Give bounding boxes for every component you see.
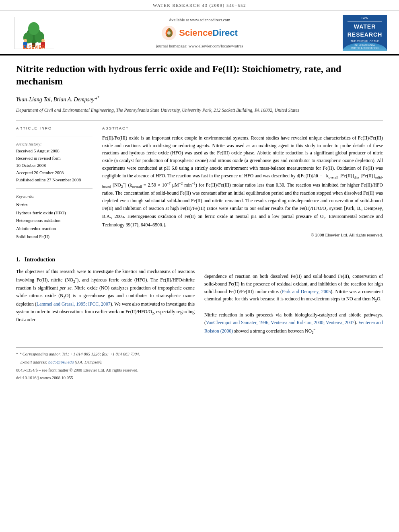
water-research-logo: IWA WATER RESEARCH THE JOURNAL OF THEINT… [343,15,387,51]
available-text: Available at www.sciencedirect.com [169,17,230,23]
received2: Received in revised form [16,155,93,162]
affiliation: Department of Civil and Environmental En… [16,107,383,114]
journal-citation: WATER RESEARCH 43 (2009) 546–552 [153,3,246,8]
author-names: Yuan-Liang Tai, Brian A. Dempsey* [16,97,97,103]
wr-water-text: WATER [348,23,383,31]
intro-right: dependence of reaction on both dissolved… [204,256,383,335]
wr-subtitle: THE JOURNAL OF THEINTERNATIONALWATER ASS… [348,40,383,50]
copyright: © 2008 Elsevier Ltd. All rights reserved… [102,232,383,238]
article-info-heading: ARTICLE INFO [16,125,93,131]
header-area: ELSEVIER Available at www.sciencedirect.… [0,11,399,55]
svg-point-8 [41,39,45,42]
citation-lammel: Lammel and Grassl, 1995; IPCC, 2007 [37,301,111,307]
divider-keywords [16,188,93,189]
sd-text: ScienceDirect [179,27,238,39]
received1: Received 5 August 2008 [16,148,93,154]
sd-leaf-icon [161,25,177,41]
abstract-text: Fe(II)/Fe(III) oxide is an important red… [102,134,383,229]
keyword-5: Solid-bound Fe(II) [16,233,93,241]
footnote-corresponding: * * Corresponding author. Tel.: +1 814 8… [16,351,383,358]
keyword-1: Nitrite [16,201,93,209]
footnote-email-label: E-mail address: [21,360,47,364]
footnotes: * * Corresponding author. Tel.: +1 814 8… [16,347,383,382]
sciencedirect-center: Available at www.sciencedirect.com Scien… [56,17,343,49]
elsevier-tree-box: ELSEVIER [14,17,54,49]
svg-point-6 [24,39,27,42]
section-number: 1. [16,257,21,263]
wr-research-text: RESEARCH [348,31,383,39]
footnote-email[interactable]: bad5@psu.edu [48,360,74,364]
elsevier-tree-icon: ELSEVIER [16,20,52,49]
footnote-email-line: E-mail address: bad5@psu.edu (B.A. Demps… [16,359,383,366]
intro-left: 1. Introduction The objectives of this r… [16,256,195,335]
footnote-star: * [16,352,18,356]
footnote-corresponding-text: * Corresponding author. Tel.: +1 814 865… [19,352,140,356]
keyword-2: Hydrous ferric oxide (HFO) [16,209,93,217]
svg-point-11 [167,31,171,35]
keyword-4: Abiotic redox reaction [16,225,93,233]
accepted: Accepted 20 October 2008 [16,170,93,176]
body-content: 1. Introduction The objectives of this r… [16,250,383,335]
journal-homepage: journal homepage: www.elsevier.com/locat… [156,43,243,49]
sciencedirect-logo: ScienceDirect [161,25,238,41]
intro-title: 1. Introduction [16,256,195,264]
keyword-3: Heterogeneous oxidation [16,217,93,225]
journal-bar: WATER RESEARCH 43 (2009) 546–552 [0,0,399,11]
article-title: Nitrite reduction with hydrous ferric ox… [16,63,383,88]
svg-point-4 [28,22,39,35]
corresponding-marker: * [97,95,99,100]
keywords-label: Keywords: [16,193,93,199]
citation-park-dempsey: Park and Dempsey, 2005 [282,289,331,294]
intro-right-text-2: Nitrite reduction in soils proceeds via … [204,311,383,335]
article-info-column: ARTICLE INFO Article history: Received 5… [16,125,93,241]
main-content: Nitrite reduction with hydrous ferric ox… [0,55,399,391]
divider-info [16,136,93,136]
svg-text:ELSEVIER: ELSEVIER [23,45,45,49]
footnote-issn: 0043-1354/$ – see front matter © 2008 El… [16,367,383,374]
article-meta-section: ARTICLE INFO Article history: Received 5… [16,125,383,241]
published: Published online 27 November 2008 [16,177,93,183]
authors: Yuan-Liang Tai, Brian A. Dempsey** [16,95,383,104]
abstract-column: ABSTRACT Fe(II)/Fe(III) oxide is an impo… [102,125,383,241]
received2-date: 16 October 2008 [16,162,93,169]
divider-1 [16,120,383,121]
elsevier-logo: ELSEVIER [12,17,56,49]
footnote-doi: doi:10.1016/j.watres.2008.10.055 [16,375,383,382]
abstract-heading: ABSTRACT [102,125,383,131]
section-title: Introduction [25,257,55,263]
history-label: Article history: [16,141,93,147]
intro-left-text: The objectives of this research were to … [16,268,195,324]
citation-vancleemput: VanCleemput and Samater, 1996; Venterea … [206,320,354,325]
footnote-email-suffix: (B.A. Dempsey). [75,360,103,364]
wr-iwa-text: IWA [348,16,383,22]
intro-right-text: dependence of reaction on both dissolved… [204,273,383,304]
